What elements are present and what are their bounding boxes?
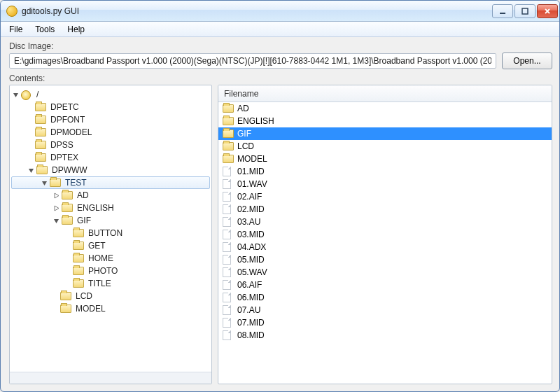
list-item[interactable]: 07.AU [218,304,552,316]
folder-icon [60,304,71,313]
file-list[interactable]: ADENGLISHGIFLCDMODEL01.MID01.WAV02.AIF02… [218,102,552,384]
close-icon [544,8,551,15]
tree-item-home[interactable]: HOME [11,252,210,265]
file-icon [223,242,231,252]
list-item[interactable]: 03.AU [218,216,552,228]
expand-icon[interactable] [11,90,20,99]
list-item[interactable]: 02.MID [218,203,552,216]
list-item[interactable]: 01.MID [218,165,552,178]
tree-item-get[interactable]: GET [11,239,210,252]
list-item[interactable]: 07.MID [218,316,552,329]
expand-icon[interactable] [27,166,35,174]
tree-item-dpwww[interactable]: DPWWW [11,164,210,176]
tree-hscroll[interactable] [10,372,211,384]
tree-node-label: DPFONT [49,115,86,125]
file-icon [223,267,231,277]
folder-icon [35,128,46,136]
list-item-label: 06.AIF [237,280,262,290]
file-icon [223,280,231,290]
list-item[interactable]: 02.AIF [218,190,552,203]
list-item-label: GIF [237,129,251,139]
disc-image-input[interactable] [9,53,496,69]
tree-item-photo[interactable]: PHOTO [11,265,210,277]
tree-item-button[interactable]: BUTTON [11,227,210,239]
tree-item-dpetc[interactable]: DPETC [11,101,210,113]
folder-icon [35,141,46,149]
list-item[interactable]: 01.WAV [218,178,552,190]
expand-icon[interactable] [40,178,48,187]
tree-item-test[interactable]: TEST [11,176,210,189]
file-list-header[interactable]: Filename [218,85,552,102]
folder-icon [73,241,84,250]
menu-help[interactable]: Help [62,23,90,36]
list-item[interactable]: 05.MID [218,253,552,266]
tree-scroll[interactable]: /DPETCDPFONTDPMODELDPSSDPTEXDPWWWTESTADE… [10,85,211,372]
list-item-label: 01.MID [237,167,265,176]
list-item-label: ENGLISH [237,116,274,126]
column-filename[interactable]: Filename [224,89,258,99]
menubar: File Tools Help [1,22,559,37]
list-item-label: 07.AU [237,305,260,315]
list-item[interactable]: 06.AIF [218,279,552,291]
folder-icon [35,153,46,162]
folder-icon [36,166,48,174]
expand-icon[interactable] [52,191,60,200]
list-item[interactable]: 08.MID [218,329,552,342]
titlebar[interactable]: gditools.py GUI [1,1,559,22]
open-button[interactable]: Open... [502,52,552,69]
list-item[interactable]: GIF [218,127,552,140]
list-item-label: 04.ADX [237,242,266,252]
file-icon [223,204,231,214]
folder-icon [223,155,234,163]
list-item[interactable]: LCD [218,140,552,153]
menu-file[interactable]: File [4,23,28,36]
folder-tree[interactable]: /DPETCDPFONTDPMODELDPSSDPTEXDPWWWTESTADE… [10,85,211,318]
tree-item-title[interactable]: TITLE [11,277,210,290]
svg-rect-1 [522,8,528,14]
list-item[interactable]: AD [218,102,552,115]
list-item-label: 01.WAV [237,179,267,189]
list-item-label: 06.MID [237,293,265,302]
list-item[interactable]: 04.ADX [218,241,552,253]
folder-icon [62,216,73,225]
list-item[interactable]: 05.WAV [218,266,552,279]
list-item-label: MODEL [237,154,267,164]
tree-item-dpmodel[interactable]: DPMODEL [11,126,210,139]
tree-item-model[interactable]: MODEL [11,302,210,315]
expand-icon[interactable] [52,204,60,212]
tree-node-label: TEST [64,178,88,188]
expand-icon[interactable] [52,216,60,225]
tree-panel: /DPETCDPFONTDPMODELDPSSDPTEXDPWWWTESTADE… [9,85,212,384]
tree-item-gif[interactable]: GIF [11,214,210,227]
tree-item-english[interactable]: ENGLISH [11,202,210,214]
list-item[interactable]: 03.MID [218,228,552,241]
file-icon [223,167,231,176]
close-button[interactable] [537,4,558,18]
list-item[interactable]: 06.MID [218,291,552,304]
tree-node-label: DPSS [49,140,75,150]
list-item-label: LCD [237,141,254,151]
list-item-label: 07.MID [237,318,265,328]
list-item-label: 05.MID [237,255,265,265]
tree-item-dptex[interactable]: DPTEX [11,151,210,164]
tree-item-dpfont[interactable]: DPFONT [11,113,210,126]
list-item-label: AD [237,104,249,113]
folder-icon [62,191,73,200]
tree-node-label: PHOTO [87,266,119,276]
file-icon [223,217,231,227]
minimize-button[interactable] [492,4,513,18]
tree-item-dpss[interactable]: DPSS [11,139,210,151]
window-title: gditools.py GUI [22,6,492,16]
tree-item-lcd[interactable]: LCD [11,290,210,302]
tree-node-label: DPETC [49,102,80,112]
list-item-label: 03.AU [237,217,260,227]
tree-item-ad[interactable]: AD [11,189,210,202]
list-item[interactable]: MODEL [218,153,552,165]
list-item[interactable]: ENGLISH [218,115,552,127]
menu-tools[interactable]: Tools [29,23,60,36]
maximize-button[interactable] [514,4,536,18]
tree-node-label: BUTTON [87,228,124,238]
svg-rect-0 [500,13,505,14]
tree-root-row[interactable]: / [11,88,210,101]
tree-node-label: TITLE [87,279,113,288]
